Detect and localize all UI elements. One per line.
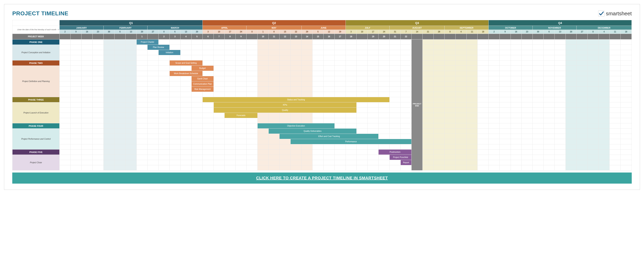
grid-cell (576, 92, 588, 97)
grid-cell (70, 144, 82, 150)
grid-cell (456, 45, 466, 50)
grid-cell (104, 81, 114, 87)
grid-cell (170, 81, 180, 87)
grid-cell (180, 160, 192, 165)
grid-cell (214, 45, 224, 50)
grid-cell (566, 108, 576, 113)
grid-cell (444, 144, 456, 150)
grid-cell (82, 155, 92, 160)
grid-cell (70, 139, 82, 144)
grid-cell (566, 123, 576, 128)
grid-cell (478, 165, 489, 171)
date-cell: 30 (104, 30, 114, 34)
grid-cell (390, 108, 401, 113)
grid-cell (148, 50, 158, 55)
grid-cell (224, 165, 236, 171)
grid-cell (456, 128, 466, 134)
grid-cell (346, 123, 356, 128)
grid-cell (82, 50, 92, 55)
grid-cell (258, 71, 269, 76)
grid-cell (82, 81, 92, 87)
grid-cell (180, 45, 192, 50)
grid-cell (422, 165, 434, 171)
grid-cell (192, 160, 202, 165)
grid-cell (598, 50, 610, 55)
grid-cell (214, 144, 224, 150)
grid-cell (576, 66, 588, 71)
phase-header-ph3: PHASE THREE (12, 97, 60, 102)
grid-cell (114, 102, 126, 108)
grid-cell (324, 92, 334, 97)
grid-cell (104, 97, 114, 102)
grid-cell (290, 113, 302, 118)
grid-cell (236, 66, 246, 71)
grid-cell (368, 45, 378, 50)
grid-cell (390, 118, 401, 123)
date-cell: 6 (114, 30, 126, 34)
grid-cell (82, 55, 92, 60)
task-bar: Forecasts (224, 113, 258, 118)
grid-cell (422, 113, 434, 118)
grid-cell (224, 139, 236, 144)
grid-cell (114, 155, 126, 160)
grid-cell (555, 144, 566, 150)
grid-cell (466, 113, 478, 118)
grid-cell (390, 87, 401, 92)
grid-cell (356, 50, 368, 55)
grid-cell (290, 55, 302, 60)
grid-cell (114, 128, 126, 134)
pw-cell: 20 (378, 34, 390, 40)
grid-cell (82, 45, 92, 50)
grid-cell (466, 87, 478, 92)
grid-cell (82, 108, 92, 113)
grid-cell (92, 87, 104, 92)
grid-cell (290, 155, 302, 160)
grid-cell (544, 118, 555, 123)
grid-cell (510, 118, 522, 123)
grid-cell (236, 45, 246, 50)
grid-cell (180, 128, 192, 134)
grid-cell (489, 144, 500, 150)
grid-cell (214, 50, 224, 55)
grid-cell (202, 45, 214, 50)
grid-cell (192, 45, 202, 50)
grid-cell (576, 60, 588, 66)
grid-cell (598, 76, 610, 81)
grid-cell (555, 155, 566, 160)
grid-cell (544, 81, 555, 87)
grid-cell (136, 160, 148, 165)
grid-cell (522, 113, 533, 118)
grid-cell (444, 123, 456, 128)
grid-cell (60, 144, 71, 150)
grid-cell (532, 113, 544, 118)
cta-button[interactable]: CLICK HERE TO CREATE A PROJECT TIMELINE … (12, 173, 632, 184)
grid-cell (290, 165, 302, 171)
grid-cell (555, 40, 566, 45)
grid-cell (478, 150, 489, 155)
date-cell: 6 (544, 30, 555, 34)
grid-cell (378, 155, 390, 160)
date-cell: 17 (368, 30, 378, 34)
grid-cell (82, 160, 92, 165)
grid-cell (136, 123, 148, 128)
grid-cell (566, 102, 576, 108)
grid-cell (500, 55, 510, 60)
pw-cell (92, 34, 104, 40)
grid-cell (170, 40, 180, 45)
grid-cell (158, 113, 170, 118)
grid-cell (478, 113, 489, 118)
grid-cell (466, 165, 478, 171)
grid-cell (390, 76, 401, 81)
grid-cell (576, 87, 588, 92)
grid-cell (202, 102, 214, 108)
grid-cell (82, 123, 92, 128)
task-bar: Scope and Goal Setting (170, 60, 202, 66)
grid-cell (500, 87, 510, 92)
grid-cell (522, 97, 533, 102)
grid-cell (324, 160, 334, 165)
grid-cell (92, 102, 104, 108)
grid-cell (214, 118, 224, 123)
grid-cell (70, 71, 82, 76)
pw-cell (412, 34, 422, 40)
grid-cell (422, 139, 434, 144)
